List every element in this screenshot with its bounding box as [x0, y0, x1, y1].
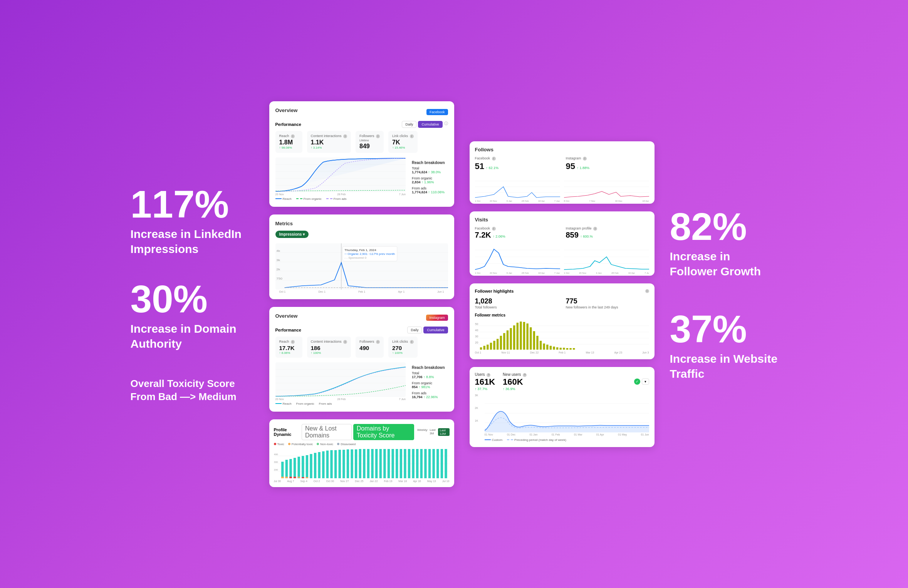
svg-rect-117	[553, 347, 555, 350]
li-date-4: Apr 1	[398, 290, 404, 293]
svg-rect-70	[289, 477, 292, 478]
svg-text:4k: 4k	[276, 249, 280, 252]
svg-rect-116	[549, 346, 551, 350]
interactions-metric-ig: Content interactions i 186 ↑ 100%	[307, 337, 351, 358]
svg-rect-108	[523, 322, 525, 350]
visits-title: Visits	[475, 217, 649, 223]
svg-rect-106	[516, 323, 518, 350]
instagram-overview-card: Overview Instagram Performance Daily Cum…	[269, 307, 454, 412]
svg-text:Thursday, Feb 1, 2024: Thursday, Feb 1, 2024	[344, 248, 376, 251]
svg-rect-48	[367, 449, 369, 478]
facebook-platform-button[interactable]: Facebook	[426, 109, 448, 115]
svg-rect-111	[533, 331, 535, 350]
svg-rect-118	[556, 347, 558, 350]
svg-text:- - Sponsored  0: - - Sponsored 0	[344, 256, 366, 259]
toxic-legend: Toxic	[277, 442, 284, 446]
last12m-btn[interactable]: Last 12M	[438, 428, 450, 436]
svg-rect-35	[314, 453, 316, 478]
svg-rect-101	[500, 336, 502, 350]
svg-rect-58	[408, 449, 410, 478]
reach-legend: Reach	[283, 197, 292, 201]
svg-rect-53	[387, 449, 389, 478]
fb-date-2: 28 Feb	[337, 193, 346, 196]
new-lost-tab[interactable]: New & Lost Domains	[302, 424, 352, 440]
info-icon-fb[interactable]: ⓘ	[444, 121, 448, 128]
total-followers: 1,028 Total followers	[475, 297, 558, 309]
svg-rect-122	[569, 348, 571, 350]
facebook-overview-card: Overview Facebook Performance Daily Cumu…	[269, 101, 454, 207]
follower-highlights-title: Follower highlights	[475, 289, 514, 293]
profile-dynamic-title: Profile Dynamic	[274, 427, 299, 437]
svg-rect-29	[289, 459, 292, 478]
svg-text:30: 30	[475, 335, 478, 338]
toxicity-stat-label: Overall Toxicity Score From Bad —> Mediu…	[131, 377, 254, 404]
svg-rect-27	[281, 462, 284, 478]
svg-rect-46	[359, 449, 361, 478]
svg-rect-39	[330, 450, 332, 478]
svg-rect-59	[412, 449, 414, 478]
li-date-5: Jun 1	[437, 290, 444, 293]
li-date-3: Feb 1	[358, 290, 365, 293]
svg-rect-47	[363, 449, 365, 478]
svg-rect-37	[322, 451, 324, 478]
svg-rect-69	[285, 477, 287, 478]
svg-rect-66	[440, 449, 443, 478]
svg-rect-115	[546, 345, 548, 350]
svg-rect-31	[297, 457, 300, 478]
impressions-badge[interactable]: Impressions ▾	[275, 231, 309, 238]
svg-rect-65	[436, 449, 439, 478]
svg-rect-36	[318, 452, 320, 478]
ads-legend-fb: From ads	[334, 197, 347, 201]
last3m-btn[interactable]: Last 3M	[430, 428, 436, 436]
follower-stat-label: Increase in Follower Growth	[670, 249, 778, 279]
li-date-1: Oct 1	[279, 290, 286, 293]
follows-instagram: Instagram i 95 ↑ 1.88%	[566, 156, 649, 171]
svg-rect-30	[293, 458, 295, 478]
options-button[interactable]: ▾	[642, 379, 649, 385]
svg-rect-43	[346, 449, 349, 478]
cumulative-tab-fb[interactable]: Cumulative	[418, 121, 442, 128]
svg-rect-123	[572, 348, 574, 350]
svg-rect-102	[503, 333, 505, 350]
left-stats-column: 117% Increase in LinkedIn Impressions 30…	[131, 185, 254, 404]
svg-rect-105	[513, 325, 515, 350]
domains-toxicity-tab[interactable]: Domains by Toxicity Score	[353, 424, 414, 440]
svg-rect-98	[490, 343, 492, 350]
svg-text:750: 750	[276, 276, 282, 280]
svg-text:40: 40	[475, 328, 478, 332]
svg-rect-44	[351, 449, 353, 478]
ig-perf-title: Performance	[275, 328, 301, 332]
linkedin-stat: 117% Increase in LinkedIn Impressions	[131, 185, 254, 256]
toxicity-stat: Overall Toxicity Score From Bad —> Mediu…	[131, 374, 254, 404]
li-date-2: Dec 1	[319, 290, 326, 293]
interactions-metric-fb: Content interactions i 1.1K ↑ 3.14%	[307, 131, 351, 153]
svg-rect-60	[416, 449, 418, 478]
daily-tab-ig[interactable]: Daily	[407, 327, 422, 333]
reach-breakdown-fb: Reach breakdown Total1,774,624 ↑ 38.0% F…	[409, 157, 448, 201]
fb-perf-title: Performance	[275, 122, 301, 127]
svg-rect-112	[536, 336, 538, 350]
svg-rect-120	[563, 348, 565, 350]
fb-date-3: 7 Jun	[399, 193, 406, 196]
svg-rect-52	[383, 449, 386, 478]
svg-rect-109	[526, 323, 528, 350]
profile-dynamic-card: Profile Dynamic New & Lost Domains Domai…	[269, 419, 454, 487]
users-card: Users ? 161K ↑ 37.7% New users ? 160K ↑ …	[470, 367, 655, 447]
svg-text:200: 200	[274, 468, 278, 471]
follows-title: Follows	[475, 147, 649, 152]
svg-text:50: 50	[475, 322, 478, 326]
svg-rect-110	[530, 327, 532, 350]
fb-date-1: 20 Nov	[275, 193, 284, 196]
cumulative-tab-ig[interactable]: Cumulative	[423, 327, 448, 333]
svg-rect-95	[480, 347, 482, 350]
non-toxic-legend: Non-toxic	[320, 442, 333, 446]
followers-metric-fb: Followers iLifetime 849	[356, 131, 384, 153]
svg-rect-49	[371, 449, 373, 478]
instagram-platform-button[interactable]: Instagram	[426, 315, 448, 321]
daily-tab-fb[interactable]: Daily	[402, 121, 416, 128]
traffic-stat-number: 37%	[670, 310, 778, 348]
visits-card: Visits Facebook i 7.2K ↑ 2.06% Instagram…	[470, 211, 655, 276]
svg-text:400: 400	[274, 453, 278, 456]
svg-rect-28	[285, 460, 287, 478]
svg-rect-54	[391, 449, 394, 478]
